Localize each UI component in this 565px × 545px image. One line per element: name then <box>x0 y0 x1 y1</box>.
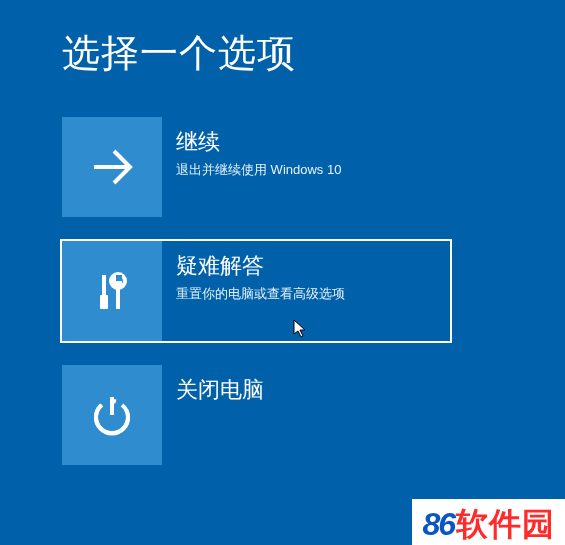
power-icon <box>62 365 162 465</box>
arrow-right-icon <box>62 117 162 217</box>
screen-title: 选择一个选项 <box>0 0 565 79</box>
option-text: 继续 退出并继续使用 Windows 10 <box>162 117 355 217</box>
svg-rect-1 <box>102 275 106 295</box>
svg-rect-2 <box>100 295 108 309</box>
watermark: 86 软件园 <box>412 499 565 545</box>
option-title: 继续 <box>176 129 341 155</box>
option-shutdown[interactable]: 关闭电脑 <box>62 365 450 465</box>
option-title: 关闭电脑 <box>176 377 264 403</box>
option-text: 关闭电脑 <box>162 365 278 465</box>
watermark-text: 软件园 <box>456 503 555 545</box>
option-title: 疑难解答 <box>176 253 345 279</box>
options-list: 继续 退出并继续使用 Windows 10 疑难解答 重置你的电脑或查看高级选项 <box>0 79 565 465</box>
option-text: 疑难解答 重置你的电脑或查看高级选项 <box>162 241 359 341</box>
option-description: 退出并继续使用 Windows 10 <box>176 161 341 179</box>
tools-icon <box>62 241 162 341</box>
svg-rect-4 <box>116 275 122 281</box>
option-continue[interactable]: 继续 退出并继续使用 Windows 10 <box>62 117 450 217</box>
option-description: 重置你的电脑或查看高级选项 <box>176 285 345 303</box>
option-troubleshoot[interactable]: 疑难解答 重置你的电脑或查看高级选项 <box>62 241 450 341</box>
svg-rect-5 <box>116 287 120 309</box>
watermark-number: 86 <box>422 506 454 543</box>
